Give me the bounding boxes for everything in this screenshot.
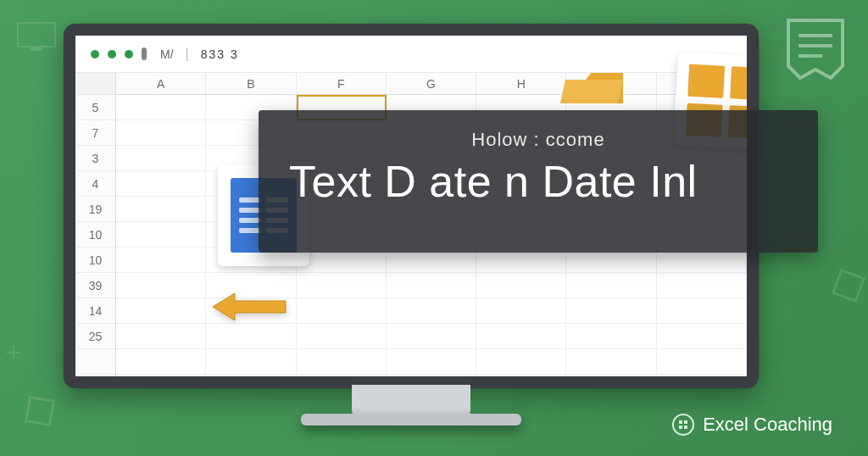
- brand: Excel Coaching: [672, 414, 832, 436]
- monitor-stand: [352, 385, 470, 417]
- row-header: 10: [75, 247, 115, 273]
- toolbar: M/ | 833 3: [75, 36, 747, 73]
- row-header: 19: [75, 197, 115, 222]
- brand-name: Excel Coaching: [703, 414, 832, 436]
- column-header: H: [476, 73, 566, 94]
- toolbar-number: 833 3: [201, 47, 239, 61]
- row-header: 39: [75, 273, 115, 298]
- row-header: 25: [75, 324, 115, 349]
- row-header: 7: [75, 120, 115, 146]
- toolbar-dot: [125, 50, 133, 58]
- corner-badge-icon: [785, 17, 846, 78]
- corner-cell: [75, 73, 115, 95]
- toolbar-dot: [108, 50, 116, 58]
- headline-title: Text D ate n Date Inl: [289, 156, 787, 207]
- svg-rect-7: [679, 420, 682, 424]
- row-header: 14: [75, 298, 115, 324]
- svg-rect-1: [30, 47, 43, 51]
- toolbar-m-label: M/: [160, 47, 174, 61]
- arrow-left-icon: [211, 292, 287, 322]
- row-header: 5: [75, 95, 115, 120]
- column-header: A: [116, 73, 206, 94]
- svg-rect-9: [679, 425, 682, 429]
- svg-rect-0: [18, 23, 55, 47]
- column-header: B: [206, 73, 296, 94]
- column-header: G: [387, 73, 476, 94]
- row-header: [75, 349, 115, 375]
- row-headers: 5 7 3 4 19 10 10 39 14 25: [75, 73, 116, 376]
- toolbar-bar: [142, 47, 147, 60]
- toolbar-divider: |: [186, 47, 189, 62]
- column-headers: A B F G H: [116, 73, 747, 95]
- headline-overlay: Holow : ccome Text D ate n Date Inl: [259, 110, 818, 253]
- svg-rect-3: [26, 398, 54, 425]
- brand-logo-icon: [672, 414, 694, 436]
- svg-rect-8: [684, 420, 687, 424]
- toolbar-dot: [91, 50, 99, 58]
- row-header: 10: [75, 222, 115, 247]
- monitor-base: [301, 414, 521, 425]
- svg-rect-2: [833, 270, 864, 301]
- row-header: 4: [75, 171, 115, 197]
- column-header: F: [297, 73, 387, 94]
- headline-subtitle: Holow : ccome: [289, 129, 787, 151]
- folder-icon: [560, 70, 628, 108]
- svg-rect-10: [684, 425, 687, 429]
- row-header: 3: [75, 146, 115, 171]
